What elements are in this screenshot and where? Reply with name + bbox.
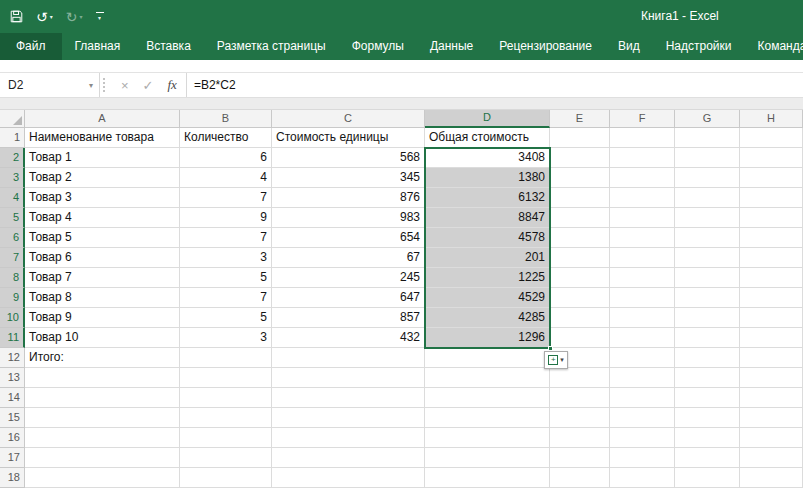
undo-button[interactable]: ↺ ▾ — [34, 8, 55, 26]
cell-B2[interactable]: 6 — [180, 148, 272, 168]
cell-D14[interactable] — [425, 388, 550, 408]
cell-E18[interactable] — [550, 468, 610, 488]
cell-F12[interactable] — [610, 348, 675, 368]
cell-G11[interactable] — [675, 328, 740, 348]
cell-D13[interactable] — [425, 368, 550, 388]
cell-H5[interactable] — [740, 208, 803, 228]
cell-C2[interactable]: 568 — [272, 148, 425, 168]
ribbon-tab-3[interactable]: Разметка страницы — [204, 33, 339, 60]
cell-C16[interactable] — [272, 428, 425, 448]
cell-E1[interactable] — [550, 128, 610, 148]
cell-D9[interactable]: 4529 — [425, 288, 550, 308]
cell-B5[interactable]: 9 — [180, 208, 272, 228]
cell-B17[interactable] — [180, 448, 272, 468]
ribbon-tab-file[interactable]: Файл — [0, 33, 62, 60]
cell-F18[interactable] — [610, 468, 675, 488]
cell-G13[interactable] — [675, 368, 740, 388]
cell-G5[interactable] — [675, 208, 740, 228]
cell-A3[interactable]: Товар 2 — [25, 168, 180, 188]
cell-B11[interactable]: 3 — [180, 328, 272, 348]
column-header-G[interactable]: G — [675, 110, 740, 128]
cell-B8[interactable]: 5 — [180, 268, 272, 288]
cell-B3[interactable]: 4 — [180, 168, 272, 188]
cell-B15[interactable] — [180, 408, 272, 428]
row-header-5[interactable]: 5 — [0, 208, 25, 228]
cell-A13[interactable] — [25, 368, 180, 388]
cell-E17[interactable] — [550, 448, 610, 468]
cell-C11[interactable]: 432 — [272, 328, 425, 348]
row-header-10[interactable]: 10 — [0, 308, 25, 328]
cell-E11[interactable] — [550, 328, 610, 348]
column-header-D[interactable]: D — [425, 110, 550, 128]
cell-H6[interactable] — [740, 228, 803, 248]
cell-D16[interactable] — [425, 428, 550, 448]
cell-H14[interactable] — [740, 388, 803, 408]
cell-C6[interactable]: 654 — [272, 228, 425, 248]
cell-D17[interactable] — [425, 448, 550, 468]
ribbon-tab-7[interactable]: Вид — [605, 33, 653, 60]
cell-F1[interactable] — [610, 128, 675, 148]
cell-C7[interactable]: 67 — [272, 248, 425, 268]
cell-E13[interactable] — [550, 368, 610, 388]
column-header-F[interactable]: F — [610, 110, 675, 128]
cell-B18[interactable] — [180, 468, 272, 488]
select-all-button[interactable] — [0, 110, 25, 128]
redo-button[interactable]: ↻ ▾ — [64, 8, 85, 26]
cell-C14[interactable] — [272, 388, 425, 408]
cell-G7[interactable] — [675, 248, 740, 268]
cell-F6[interactable] — [610, 228, 675, 248]
cell-G1[interactable] — [675, 128, 740, 148]
cell-A7[interactable]: Товар 6 — [25, 248, 180, 268]
cell-G14[interactable] — [675, 388, 740, 408]
cell-A15[interactable] — [25, 408, 180, 428]
row-header-3[interactable]: 3 — [0, 168, 25, 188]
cell-E2[interactable] — [550, 148, 610, 168]
row-header-16[interactable]: 16 — [0, 428, 25, 448]
cell-G10[interactable] — [675, 308, 740, 328]
cell-F13[interactable] — [610, 368, 675, 388]
column-header-B[interactable]: B — [180, 110, 272, 128]
autofill-options-button[interactable]: +▾ — [544, 351, 568, 369]
row-header-8[interactable]: 8 — [0, 268, 25, 288]
row-header-1[interactable]: 1 — [0, 128, 25, 148]
row-header-4[interactable]: 4 — [0, 188, 25, 208]
cell-A2[interactable]: Товар 1 — [25, 148, 180, 168]
cell-H8[interactable] — [740, 268, 803, 288]
insert-function-icon[interactable]: fx — [168, 77, 177, 93]
cell-F8[interactable] — [610, 268, 675, 288]
cell-F16[interactable] — [610, 428, 675, 448]
cell-B16[interactable] — [180, 428, 272, 448]
cell-A9[interactable]: Товар 8 — [25, 288, 180, 308]
cell-F10[interactable] — [610, 308, 675, 328]
cell-G6[interactable] — [675, 228, 740, 248]
cell-B9[interactable]: 7 — [180, 288, 272, 308]
cell-H16[interactable] — [740, 428, 803, 448]
cell-E3[interactable] — [550, 168, 610, 188]
cell-F9[interactable] — [610, 288, 675, 308]
cell-B7[interactable]: 3 — [180, 248, 272, 268]
row-header-7[interactable]: 7 — [0, 248, 25, 268]
cell-E4[interactable] — [550, 188, 610, 208]
cell-H1[interactable] — [740, 128, 803, 148]
column-header-C[interactable]: C — [272, 110, 425, 128]
cell-D11[interactable]: 1296 — [425, 328, 550, 348]
save-button[interactable] — [8, 8, 25, 25]
cell-H10[interactable] — [740, 308, 803, 328]
row-header-2[interactable]: 2 — [0, 148, 25, 168]
ribbon-tab-2[interactable]: Вставка — [133, 33, 204, 60]
row-header-18[interactable]: 18 — [0, 468, 25, 488]
cell-C9[interactable]: 647 — [272, 288, 425, 308]
cell-H15[interactable] — [740, 408, 803, 428]
cancel-icon[interactable]: × — [121, 78, 129, 93]
cell-G8[interactable] — [675, 268, 740, 288]
cell-H9[interactable] — [740, 288, 803, 308]
row-header-9[interactable]: 9 — [0, 288, 25, 308]
row-header-17[interactable]: 17 — [0, 448, 25, 468]
cell-C5[interactable]: 983 — [272, 208, 425, 228]
cell-C12[interactable] — [272, 348, 425, 368]
enter-icon[interactable]: ✓ — [143, 78, 154, 93]
cell-A17[interactable] — [25, 448, 180, 468]
cell-G18[interactable] — [675, 468, 740, 488]
cell-A10[interactable]: Товар 9 — [25, 308, 180, 328]
cell-E14[interactable] — [550, 388, 610, 408]
